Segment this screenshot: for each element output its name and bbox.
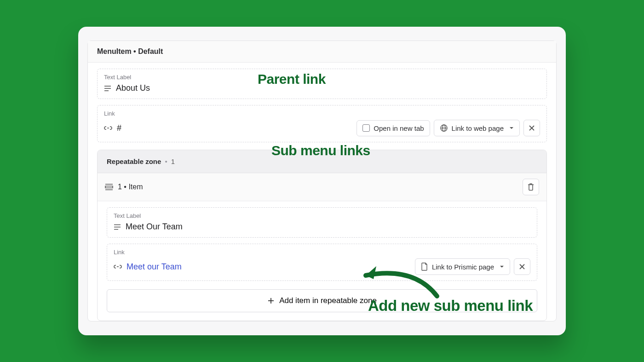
link-type-dropdown[interactable]: Link to Prismic page bbox=[415, 258, 510, 275]
text-lines-icon bbox=[104, 85, 111, 92]
link-type-label: Link to Prismic page bbox=[432, 263, 494, 271]
svg-rect-9 bbox=[105, 186, 113, 188]
slice-title: MenuItem • Default bbox=[88, 41, 556, 63]
open-new-tab-toggle[interactable]: Open in new tab bbox=[356, 120, 430, 136]
globe-icon bbox=[440, 124, 448, 132]
open-new-tab-label: Open in new tab bbox=[374, 124, 424, 132]
repeatable-zone: Repeatable zone • 1 1 • Item bbox=[97, 150, 547, 321]
field-label: Text Label bbox=[104, 74, 540, 81]
plus-icon bbox=[267, 297, 275, 304]
child-text-value: Meet Our Team bbox=[126, 222, 183, 232]
child-link-value: Meet our Team bbox=[126, 262, 182, 272]
clear-link-button[interactable] bbox=[523, 120, 540, 136]
field-value-row: About Us bbox=[104, 83, 540, 93]
add-item-label: Add item in repeatable zone bbox=[279, 296, 377, 305]
checkbox-icon bbox=[362, 124, 370, 132]
zone-header: Repeatable zone • 1 bbox=[98, 150, 546, 173]
field-label: Link bbox=[104, 110, 540, 117]
link-type-label: Link to web page bbox=[452, 124, 504, 132]
field-value-row: Meet Our Team bbox=[114, 222, 530, 232]
parent-link-field[interactable]: Link # Open in new tab bbox=[97, 105, 547, 142]
text-lines-icon bbox=[114, 224, 121, 230]
field-value-row: Meet our Team Link to Prismic page bbox=[114, 258, 530, 275]
add-item-button[interactable]: Add item in repeatable zone bbox=[107, 289, 537, 312]
parent-text-label-field[interactable]: Text Label About Us bbox=[97, 69, 547, 99]
zone-count: 1 bbox=[171, 158, 175, 165]
link-type-dropdown[interactable]: Link to web page bbox=[434, 120, 520, 136]
field-label: Link bbox=[114, 249, 530, 256]
zone-item-label: 1 • Item bbox=[118, 183, 143, 191]
field-value-row: # Open in new tab Link to web page bbox=[104, 120, 540, 136]
child-text-label-field[interactable]: Text Label Meet Our Team bbox=[107, 207, 537, 238]
clear-link-button[interactable] bbox=[514, 258, 530, 275]
parent-link-value: # bbox=[117, 123, 121, 133]
close-icon bbox=[519, 263, 525, 270]
item-icon bbox=[105, 183, 113, 191]
trash-icon bbox=[527, 183, 535, 191]
chevron-down-icon bbox=[509, 127, 514, 130]
link-icon bbox=[104, 125, 112, 131]
page-icon bbox=[421, 263, 428, 271]
close-icon bbox=[529, 125, 535, 131]
zone-name: Repeatable zone bbox=[107, 158, 161, 165]
field-label: Text Label bbox=[114, 212, 530, 219]
editor-card: MenuItem • Default Text Label About Us L… bbox=[78, 27, 566, 335]
link-icon bbox=[114, 263, 122, 270]
separator-dot: • bbox=[165, 158, 167, 165]
delete-item-button[interactable] bbox=[523, 179, 539, 195]
chevron-down-icon bbox=[500, 265, 504, 269]
zone-item-header[interactable]: 1 • Item bbox=[98, 173, 546, 201]
parent-text-value: About Us bbox=[116, 83, 150, 93]
child-link-field[interactable]: Link Meet our Team Link to Pris bbox=[107, 244, 537, 281]
slice-panel: MenuItem • Default Text Label About Us L… bbox=[87, 41, 557, 321]
